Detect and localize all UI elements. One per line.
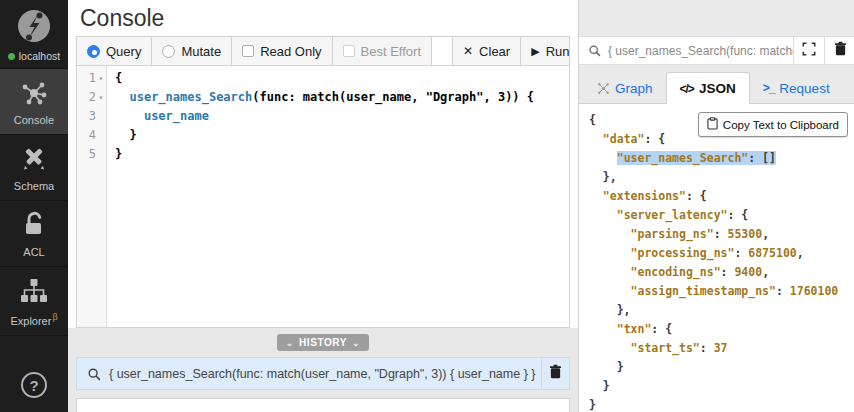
json-line: } xyxy=(589,377,854,396)
query-editor-lines[interactable]: { user_names_Search(func: match(user_nam… xyxy=(107,66,534,327)
page-title: Console xyxy=(80,5,164,32)
sidebar-item-console[interactable]: Console xyxy=(0,69,68,135)
line-number: 1▾ xyxy=(77,69,106,88)
checkbox-icon xyxy=(343,45,355,57)
query-mode-toolbar: Query Mutate Read Only Best Effort ✕ Cle… xyxy=(76,36,570,66)
delete-result-button[interactable] xyxy=(824,37,854,64)
radio-selected-icon[interactable] xyxy=(87,45,100,58)
checkbox-icon[interactable] xyxy=(242,45,254,57)
history-entry-row[interactable]: { user_names_Search(func: match(user_nam… xyxy=(76,357,570,390)
sidebar-item-explorer[interactable]: Explorerβ xyxy=(0,267,68,336)
clear-x-icon: ✕ xyxy=(463,44,473,58)
sidebar-item-acl[interactable]: ACL xyxy=(0,201,68,267)
server-label: localhost xyxy=(19,50,60,62)
toolbar-spacer xyxy=(432,37,453,65)
tab-graph[interactable]: Graph xyxy=(584,72,666,104)
json-line: }, xyxy=(589,301,854,320)
json-result-view: Copy Text to Clipboard { "data": { "user… xyxy=(579,103,854,412)
result-query-preview: { user_names_Search(func: match(... xyxy=(608,44,793,58)
query-editor[interactable]: 1▾2▾345 { user_names_Search(func: match(… xyxy=(76,66,570,328)
result-tabs: Graph </> JSON >_ Request xyxy=(584,72,843,104)
chevron-down-icon: ⌄ xyxy=(286,338,294,348)
fold-arrow-icon[interactable]: ▾ xyxy=(96,88,106,107)
delete-history-entry-button[interactable] xyxy=(541,358,569,389)
sidebar: localhost Console xyxy=(0,0,68,412)
best-effort-checkbox: Best Effort xyxy=(333,37,432,65)
json-line: "server_latency": { xyxy=(589,206,854,225)
trash-icon xyxy=(549,364,562,383)
tab-request[interactable]: >_ Request xyxy=(750,72,843,104)
sidebar-item-localhost[interactable]: localhost xyxy=(0,0,68,69)
sidebar-item-label: ACL xyxy=(23,246,44,258)
line-number: 4 xyxy=(77,126,106,145)
line-number: 3 xyxy=(77,107,106,126)
sidebar-item-help[interactable]: ? xyxy=(0,363,68,412)
acl-lock-icon xyxy=(19,210,49,242)
mode-query-radio[interactable]: Query xyxy=(77,37,152,65)
search-icon xyxy=(87,367,101,381)
terminal-icon: >_ xyxy=(763,81,775,95)
line-number: 5 xyxy=(77,145,106,164)
search-icon xyxy=(588,44,601,57)
json-line: }, xyxy=(589,168,854,187)
query-editor-gutter: 1▾2▾345 xyxy=(77,66,107,327)
code-line: } xyxy=(115,126,534,145)
beta-badge: β xyxy=(52,312,57,322)
json-line: "start_ts": 37 xyxy=(589,339,854,358)
json-line: "encoding_ns": 9400, xyxy=(589,263,854,282)
schema-pencils-icon xyxy=(19,144,49,176)
fold-arrow-icon[interactable]: ▾ xyxy=(96,69,106,88)
history-toggle-button[interactable]: ⌄ HISTORY ⌄ xyxy=(277,334,369,351)
clipboard-icon xyxy=(707,117,718,132)
json-line: } xyxy=(589,358,854,377)
json-line: "extensions": { xyxy=(589,187,854,206)
graph-icon xyxy=(597,82,610,95)
code-line: user_name xyxy=(115,107,534,126)
json-output: { "data": { "user_names_Search": [] }, "… xyxy=(579,104,854,412)
run-play-icon: ▶ xyxy=(531,45,539,58)
copy-to-clipboard-button[interactable]: Copy Text to Clipboard xyxy=(698,112,848,137)
history-entry-text: { user_names_Search(func: match(user_nam… xyxy=(109,367,541,381)
expand-icon xyxy=(802,42,816,60)
json-line: "user_names_Search": [] xyxy=(589,149,854,168)
explorer-hierarchy-icon xyxy=(19,276,49,308)
mode-mutate-radio[interactable]: Mutate xyxy=(152,37,232,65)
run-button[interactable]: ▶ Run xyxy=(521,37,579,65)
code-line: user_names_Search(func: match(user_name,… xyxy=(115,88,534,107)
console-graph-icon xyxy=(19,78,49,110)
code-line: } xyxy=(115,145,534,164)
code-line: { xyxy=(115,69,534,88)
tab-json[interactable]: </> JSON xyxy=(666,72,750,104)
connection-status-dot xyxy=(8,53,15,60)
code-icon: </> xyxy=(680,82,694,96)
history-entry-row-partial[interactable] xyxy=(76,398,570,412)
dgraph-logo-icon xyxy=(16,8,52,46)
sidebar-item-schema[interactable]: Schema xyxy=(0,135,68,201)
clear-button[interactable]: ✕ Clear xyxy=(453,37,521,65)
chevron-down-icon: ⌄ xyxy=(352,338,360,348)
line-number: 2▾ xyxy=(77,88,106,107)
result-query-bar: { user_names_Search(func: match(... xyxy=(579,36,854,65)
help-icon: ? xyxy=(21,372,47,398)
sidebar-item-label: Explorer xyxy=(10,315,51,327)
json-line: "parsing_ns": 55300, xyxy=(589,225,854,244)
history-band: ⌄ HISTORY ⌄ xyxy=(68,328,578,357)
radio-unselected-icon[interactable] xyxy=(162,45,175,58)
results-panel: { user_names_Search(func: match(... Grap… xyxy=(578,0,854,412)
json-line: "processing_ns": 6875100, xyxy=(589,244,854,263)
sidebar-item-label: Console xyxy=(14,114,54,126)
json-line: } xyxy=(589,396,854,412)
fullscreen-button[interactable] xyxy=(793,37,824,64)
json-line: "txn": { xyxy=(589,320,854,339)
json-line: "assign_timestamp_ns": 1760100 xyxy=(589,282,854,301)
sidebar-item-label: Schema xyxy=(14,180,54,192)
trash-icon xyxy=(834,41,847,60)
read-only-checkbox[interactable]: Read Only xyxy=(232,37,332,65)
